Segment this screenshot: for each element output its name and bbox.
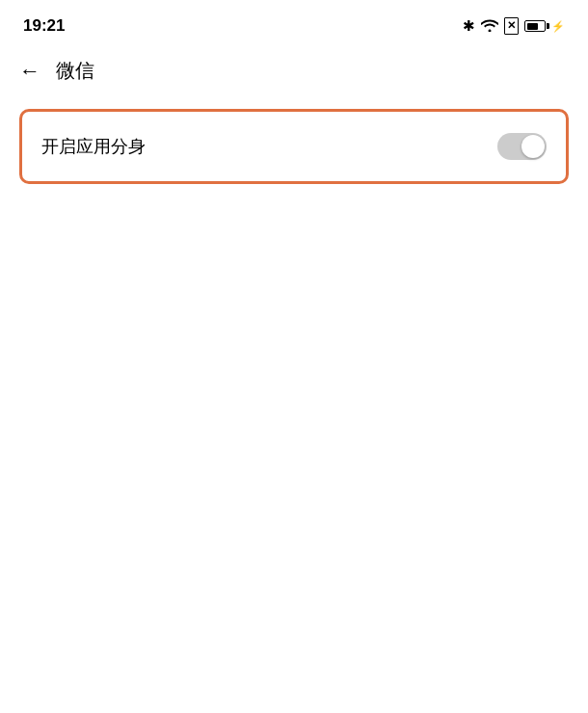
status-time: 19:21 bbox=[23, 16, 65, 36]
back-button[interactable]: ← bbox=[19, 61, 40, 82]
setting-card: 开启应用分身 bbox=[19, 109, 569, 184]
nav-bar: ← 微信 bbox=[0, 48, 588, 93]
status-bar: 19:21 ✱ ✕ ⚡ bbox=[0, 0, 588, 48]
status-icons: ✱ ✕ ⚡ bbox=[463, 17, 565, 35]
battery-icon: ⚡ bbox=[524, 20, 565, 33]
wifi-icon bbox=[481, 18, 498, 35]
main-content: 开启应用分身 bbox=[0, 93, 588, 199]
toggle-knob bbox=[521, 135, 545, 158]
app-clone-toggle[interactable] bbox=[497, 133, 547, 160]
app-clone-label: 开启应用分身 bbox=[41, 135, 146, 158]
signal-x-icon: ✕ bbox=[504, 17, 519, 34]
page-title: 微信 bbox=[56, 58, 94, 84]
app-clone-setting-row[interactable]: 开启应用分身 bbox=[22, 112, 566, 181]
bluetooth-icon: ✱ bbox=[463, 17, 475, 35]
